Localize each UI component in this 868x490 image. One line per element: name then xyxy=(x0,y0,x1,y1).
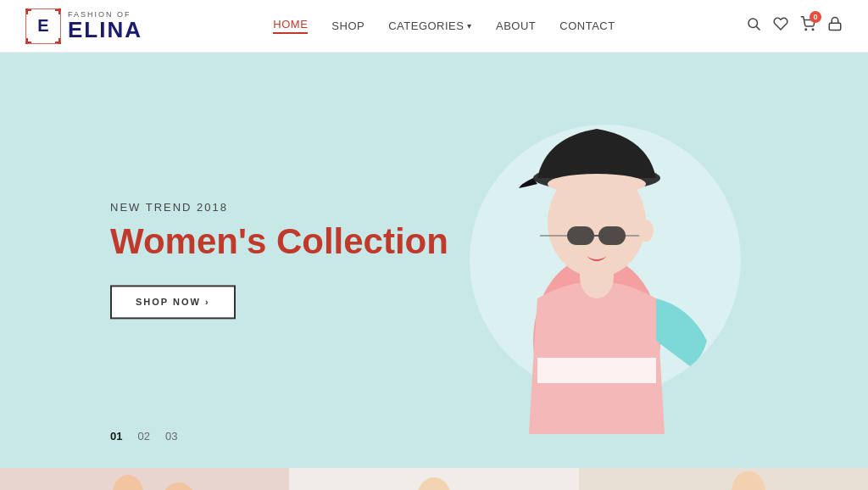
search-button[interactable] xyxy=(746,16,761,36)
svg-point-24 xyxy=(548,174,646,194)
wishlist-button[interactable] xyxy=(773,16,788,36)
search-icon xyxy=(746,16,761,31)
header-icons: 0 xyxy=(746,16,843,36)
nav-home[interactable]: HOME xyxy=(273,18,308,34)
logo[interactable]: E FASHION OF ELINA xyxy=(25,8,142,44)
shop-now-button[interactable]: SHOP NOW xyxy=(110,286,236,320)
site-header: E FASHION OF ELINA HOME SHOP CATEGORIES … xyxy=(0,0,868,53)
slide-dot-3[interactable]: 03 xyxy=(165,430,177,443)
model-illustration xyxy=(453,53,741,468)
slider-dots: 01 02 03 xyxy=(110,430,177,443)
svg-point-29 xyxy=(732,471,765,490)
card-2-icon xyxy=(358,468,510,490)
logo-icon: E xyxy=(25,8,61,44)
card-1-image xyxy=(0,468,289,490)
logo-brand-name: ELINA xyxy=(68,19,142,41)
card-2-image xyxy=(289,468,578,490)
nav-contact[interactable]: CONTACT xyxy=(559,19,615,32)
card-3-image xyxy=(579,468,868,490)
main-nav: HOME SHOP CATEGORIES ▾ ABOUT CONTACT xyxy=(273,18,615,34)
svg-point-10 xyxy=(748,19,758,28)
svg-rect-14 xyxy=(829,23,841,30)
svg-rect-5 xyxy=(58,9,60,14)
svg-rect-9 xyxy=(58,38,60,43)
account-button[interactable] xyxy=(827,16,843,36)
svg-point-26 xyxy=(113,475,143,490)
svg-rect-3 xyxy=(26,9,28,14)
svg-point-28 xyxy=(417,477,451,490)
svg-rect-7 xyxy=(26,38,28,43)
card-2[interactable]: 20% Off xyxy=(289,468,578,490)
svg-rect-19 xyxy=(567,226,594,245)
heart-icon xyxy=(773,16,788,31)
nav-categories[interactable]: CATEGORIES ▾ xyxy=(388,19,472,32)
svg-rect-20 xyxy=(598,226,626,245)
cart-badge: 0 xyxy=(810,11,821,23)
hero-title-black: Women's xyxy=(110,221,266,261)
nav-about[interactable]: ABOUT xyxy=(496,19,536,32)
hero-model-area xyxy=(393,53,800,468)
svg-text:E: E xyxy=(37,16,48,35)
card-3-model xyxy=(647,468,799,490)
card-1-model xyxy=(69,468,221,490)
svg-point-25 xyxy=(638,220,654,242)
svg-point-13 xyxy=(812,29,814,31)
svg-line-11 xyxy=(756,26,760,30)
featured-cards: Mid 20% Off MiSummer xyxy=(0,468,868,490)
card-3[interactable]: MiSummer xyxy=(579,468,868,490)
card-1[interactable]: Mid xyxy=(0,468,289,490)
svg-point-12 xyxy=(805,29,807,31)
slide-dot-2[interactable]: 02 xyxy=(137,430,149,443)
logo-text: FASHION OF ELINA xyxy=(68,11,142,41)
svg-point-27 xyxy=(160,482,198,490)
chevron-down-icon: ▾ xyxy=(467,21,472,31)
hero-section: NEW TREND 2018 Women's Collection SHOP N… xyxy=(0,53,868,468)
nav-shop[interactable]: SHOP xyxy=(331,19,364,32)
lock-icon xyxy=(827,16,843,31)
cart-button[interactable]: 0 xyxy=(800,16,815,36)
slide-dot-1[interactable]: 01 xyxy=(110,430,122,443)
